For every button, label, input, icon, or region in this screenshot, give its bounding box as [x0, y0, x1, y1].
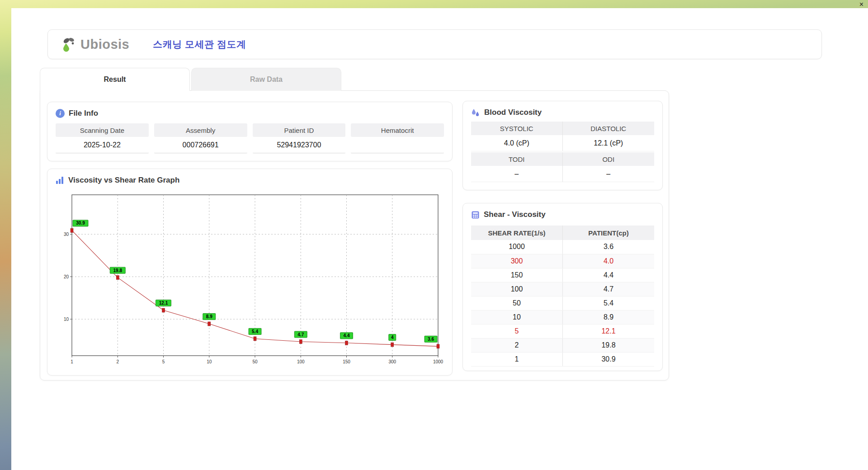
water-drops-icon	[471, 108, 480, 117]
odi-label: ODI	[563, 152, 655, 166]
shear-viscosity-header: Shear - Viscosity	[463, 203, 662, 224]
shear-rate-cell: 50	[471, 296, 563, 310]
systolic-value: 4.0 (cP)	[471, 135, 563, 151]
svg-text:50: 50	[252, 359, 258, 364]
shear-rate-cell: 300	[471, 254, 563, 268]
patient-cell: 5.4	[563, 296, 655, 310]
blood-viscosity-grid: SYSTOLIC DIASTOLIC 4.0 (cP) 12.1 (cP) TO…	[463, 122, 662, 182]
close-icon[interactable]: ×	[859, 1, 863, 8]
field-label: Assembly	[154, 123, 247, 137]
svg-text:20: 20	[64, 274, 69, 279]
field-patient-id: Patient ID 52941923700	[253, 123, 346, 153]
field-scanning-date: Scanning Date 2025-10-22	[56, 123, 149, 153]
todi-label: TODI	[471, 152, 563, 166]
graph-title: Viscosity vs Shear Rate Graph	[68, 176, 179, 185]
result-panel: i File Info Scanning Date 2025-10-22 Ass…	[40, 90, 669, 381]
patient-cell: 8.9	[563, 310, 655, 324]
page-title: 스캐닝 모세관 점도계	[153, 38, 246, 51]
shear-viscosity-title: Shear - Viscosity	[484, 210, 546, 219]
app-window: Ubiosis 스캐닝 모세관 점도계 Result Raw Data i Fi…	[11, 8, 868, 470]
shear-viscosity-table: SHEAR RATE(1/s) PATIENT(cp) 10003.63004.…	[471, 226, 654, 367]
table-row: 10003.6	[471, 240, 654, 254]
file-info-header: i File Info	[47, 102, 452, 122]
shear-table-body: 10003.63004.01504.41004.7505.4108.9512.1…	[471, 240, 654, 366]
svg-text:1000: 1000	[433, 359, 443, 364]
file-info-title: File Info	[69, 109, 98, 118]
svg-text:10: 10	[64, 317, 69, 322]
patient-cell: 4.7	[563, 282, 655, 296]
field-value: 52941923700	[253, 137, 346, 153]
svg-text:300: 300	[388, 359, 396, 364]
table-row: 505.4	[471, 296, 654, 310]
table-row: 219.8	[471, 338, 654, 352]
info-icon: i	[56, 109, 65, 118]
viscosity-chart: 1251050100150300100010203030.919.812.18.…	[52, 189, 450, 370]
table-row: 3004.0	[471, 254, 654, 268]
svg-text:4.4: 4.4	[344, 333, 350, 338]
patient-cell: 3.6	[563, 240, 655, 254]
svg-text:5.4: 5.4	[252, 329, 258, 334]
svg-text:5: 5	[162, 359, 165, 364]
graph-header: Viscosity vs Shear Rate Graph	[47, 169, 452, 189]
field-label: Scanning Date	[56, 123, 149, 137]
field-value: 2025-10-22	[56, 137, 149, 153]
logo-text: Ubiosis	[80, 37, 129, 52]
table-row: 512.1	[471, 324, 654, 338]
graph-card: Viscosity vs Shear Rate Graph 1251050100…	[47, 169, 453, 376]
tab-result[interactable]: Result	[40, 68, 190, 91]
field-label: Hematocrit	[351, 123, 444, 137]
tab-bar: Result Raw Data	[40, 68, 341, 91]
file-info-card: i File Info Scanning Date 2025-10-22 Ass…	[47, 102, 453, 161]
svg-text:12.1: 12.1	[159, 301, 168, 306]
shear-rate-cell: 150	[471, 268, 563, 282]
svg-text:1: 1	[71, 359, 73, 364]
diastolic-label: DIASTOLIC	[563, 122, 655, 135]
svg-text:10: 10	[207, 359, 212, 364]
column-header-shear-rate: SHEAR RATE(1/s)	[471, 226, 563, 240]
svg-text:4: 4	[391, 335, 394, 340]
blood-viscosity-title: Blood Viscosity	[484, 108, 542, 117]
svg-text:30.9: 30.9	[76, 221, 85, 226]
column-header-patient: PATIENT(cp)	[563, 226, 655, 240]
table-row: 108.9	[471, 310, 654, 324]
file-info-fields: Scanning Date 2025-10-22 Assembly 000726…	[47, 122, 452, 153]
svg-text:3.6: 3.6	[428, 337, 434, 342]
svg-text:100: 100	[297, 359, 305, 364]
patient-cell: 4.4	[563, 268, 655, 282]
app-header: Ubiosis 스캐닝 모세관 점도계	[47, 29, 822, 59]
patient-cell: 19.8	[563, 338, 655, 352]
svg-text:30: 30	[64, 232, 69, 237]
svg-text:2: 2	[116, 359, 119, 364]
odi-value: –	[563, 166, 655, 182]
table-row: 1004.7	[471, 282, 654, 296]
table-row: 130.9	[471, 352, 654, 366]
shear-viscosity-card: Shear - Viscosity SHEAR RATE(1/s) PATIEN…	[462, 203, 663, 371]
leaf-icon	[61, 36, 78, 52]
shear-rate-cell: 10	[471, 310, 563, 324]
field-assembly: Assembly 000726691	[154, 123, 247, 153]
field-label: Patient ID	[253, 123, 346, 137]
patient-cell: 12.1	[563, 324, 655, 338]
shear-rate-cell: 1000	[471, 240, 563, 254]
table-row: 1504.4	[471, 268, 654, 282]
shear-rate-cell: 1	[471, 352, 563, 366]
field-value	[351, 137, 444, 153]
todi-value: –	[471, 166, 563, 182]
field-hematocrit: Hematocrit	[351, 123, 444, 153]
ubiosis-logo: Ubiosis	[61, 36, 129, 52]
svg-text:19.8: 19.8	[113, 268, 123, 273]
svg-text:150: 150	[343, 359, 350, 364]
shear-rate-cell: 2	[471, 338, 563, 352]
diastolic-value: 12.1 (cP)	[563, 135, 655, 151]
patient-cell: 30.9	[563, 352, 655, 366]
systolic-label: SYSTOLIC	[471, 122, 563, 135]
field-value: 000726691	[154, 137, 247, 153]
svg-text:4.7: 4.7	[297, 332, 304, 337]
chart-area: 1251050100150300100010203030.919.812.18.…	[47, 189, 452, 372]
grid-calculator-icon	[471, 211, 480, 219]
tab-raw-data[interactable]: Raw Data	[191, 68, 341, 91]
patient-cell: 4.0	[563, 254, 655, 268]
blood-viscosity-card: Blood Viscosity SYSTOLIC DIASTOLIC 4.0 (…	[462, 101, 663, 190]
bar-chart-icon	[56, 176, 64, 184]
shear-rate-cell: 100	[471, 282, 563, 296]
